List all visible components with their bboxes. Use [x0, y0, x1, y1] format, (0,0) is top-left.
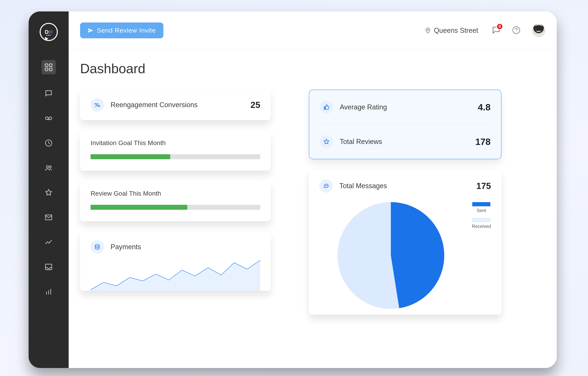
svg-point-15: [427, 29, 429, 31]
trend-icon: [44, 238, 53, 246]
sidebar-item-voicemail[interactable]: [43, 113, 54, 124]
messages-legend: Sent Received: [472, 202, 491, 229]
messages-icon: [319, 179, 333, 193]
svg-point-9: [49, 166, 51, 168]
reengagement-value: 25: [251, 100, 260, 110]
sidebar-item-inbox[interactable]: [43, 261, 54, 273]
voicemail-icon: [44, 114, 53, 122]
app-logo[interactable]: DH •••: [40, 23, 58, 41]
legend-received-swatch: [472, 218, 490, 222]
pin-icon: [424, 27, 431, 34]
total-reviews-row: Total Reviews 178: [320, 124, 491, 159]
messages-value: 175: [476, 181, 491, 191]
review-goal-progress: [91, 205, 260, 210]
invitation-goal-label: Invitation Goal This Month: [91, 139, 260, 147]
right-column: Average Rating 4.8 Total Reviews 178: [309, 90, 502, 315]
inbox-icon: [44, 263, 53, 271]
svg-rect-3: [49, 68, 52, 71]
app-frame: DH •••: [29, 11, 557, 368]
clock-icon: [44, 139, 53, 147]
total-reviews-value: 178: [475, 136, 491, 147]
legend-sent: Sent: [472, 202, 490, 213]
notifications-button[interactable]: 5: [492, 26, 501, 35]
dashboard-grid: Reengagement Conversions 25 Invitation G…: [80, 90, 545, 315]
topbar: Send Review Invite Queens Street 5: [69, 11, 557, 50]
messages-card: Total Messages 175 Sent: [309, 170, 502, 315]
review-goal-label: Review Goal This Month: [91, 190, 260, 197]
sidebar: DH •••: [29, 11, 69, 368]
star-icon: [44, 188, 53, 197]
legend-sent-label: Sent: [477, 208, 486, 213]
payments-chart: [91, 257, 260, 291]
logo-dots-icon: •••: [46, 33, 51, 37]
mail-icon: [44, 213, 53, 221]
content: Dashboard Reengagement Conversions 25 In…: [69, 50, 557, 315]
ratings-card: Average Rating 4.8 Total Reviews 178: [309, 90, 502, 159]
payments-label: Payments: [111, 243, 260, 251]
payments-icon: [91, 240, 104, 254]
sidebar-item-contacts[interactable]: [43, 162, 54, 174]
help-button[interactable]: [512, 26, 521, 35]
svg-point-17: [516, 31, 517, 32]
sidebar-item-dashboard[interactable]: [42, 60, 56, 74]
bar-chart-icon: [44, 288, 53, 296]
star-pill-icon: [320, 135, 333, 148]
messages-label: Total Messages: [339, 182, 470, 190]
left-column: Reengagement Conversions 25 Invitation G…: [80, 90, 271, 315]
send-review-invite-button[interactable]: Send Review Invite: [80, 22, 163, 38]
legend-received: Received: [472, 218, 491, 229]
svg-point-4: [46, 117, 48, 120]
send-button-label: Send Review Invite: [97, 27, 156, 34]
location-selector[interactable]: Queens Street: [424, 27, 478, 34]
payments-card: Payments: [80, 232, 271, 291]
notification-badge: 5: [496, 23, 503, 30]
review-goal-fill: [91, 205, 187, 210]
svg-point-5: [49, 117, 52, 120]
users-icon: [44, 164, 53, 172]
chat-icon: [44, 89, 53, 98]
svg-point-20: [325, 186, 326, 186]
sidebar-item-reports[interactable]: [43, 286, 54, 297]
total-reviews-label: Total Reviews: [340, 138, 469, 146]
review-goal-card: Review Goal This Month: [80, 181, 271, 221]
average-rating-label: Average Rating: [340, 103, 471, 111]
sidebar-item-analytics[interactable]: [43, 236, 54, 248]
reengagement-label: Reengagement Conversions: [111, 101, 244, 109]
send-icon: [88, 28, 94, 33]
svg-point-21: [326, 186, 327, 186]
user-avatar[interactable]: [532, 24, 545, 37]
invitation-goal-card: Invitation Goal This Month: [80, 131, 271, 171]
page-title: Dashboard: [80, 61, 545, 76]
reengagement-icon: [91, 98, 104, 112]
messages-pie-chart: [337, 202, 444, 309]
sidebar-nav: [42, 60, 56, 297]
reengagement-card: Reengagement Conversions 25: [80, 90, 271, 120]
location-label: Queens Street: [434, 27, 478, 34]
sidebar-item-messages[interactable]: [43, 88, 54, 99]
svg-point-19: [95, 245, 99, 246]
legend-sent-swatch: [472, 202, 490, 206]
legend-received-label: Received: [472, 224, 491, 229]
messages-pie-wrap: [319, 198, 462, 309]
svg-point-18: [96, 104, 98, 105]
help-icon: [512, 26, 521, 34]
svg-rect-0: [45, 64, 48, 67]
grid-icon: [44, 63, 53, 72]
sidebar-item-reviews[interactable]: [43, 187, 54, 198]
invitation-goal-fill: [91, 154, 170, 159]
main: Send Review Invite Queens Street 5 Dashb…: [69, 11, 557, 368]
average-rating-row: Average Rating 4.8: [320, 90, 491, 124]
svg-point-8: [47, 166, 49, 168]
average-rating-value: 4.8: [478, 102, 491, 113]
svg-rect-2: [45, 68, 48, 71]
svg-rect-1: [49, 64, 52, 67]
thumbs-up-icon: [320, 101, 333, 114]
svg-point-22: [327, 186, 327, 186]
invitation-goal-progress: [91, 154, 260, 159]
sidebar-item-email[interactable]: [43, 212, 54, 223]
sidebar-item-history[interactable]: [43, 137, 54, 149]
